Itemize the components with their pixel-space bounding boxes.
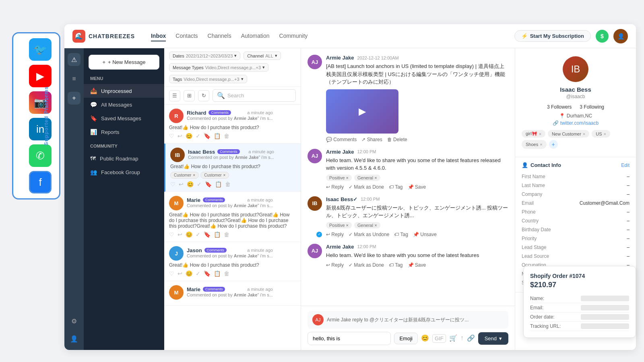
send-button[interactable]: Send ▾: [478, 332, 508, 345]
copy-icon-2[interactable]: 📋: [215, 181, 222, 187]
heart-icon[interactable]: ♡: [169, 133, 174, 139]
tag-action-3[interactable]: 🏷 Tag: [394, 232, 408, 237]
profile-tag-shoes[interactable]: Shoes ×: [522, 140, 547, 149]
tag-x-shoes[interactable]: ×: [540, 142, 542, 147]
upload-icon[interactable]: ↑: [460, 334, 464, 343]
chat-image-1[interactable]: ▶: [326, 89, 398, 134]
tag-action-4[interactable]: 🏷 Tag: [389, 262, 402, 268]
copy-icon-4[interactable]: 📋: [214, 270, 221, 277]
whatsapp-icon[interactable]: ✆: [29, 144, 52, 167]
bookmark-icon-3[interactable]: 🔖: [204, 231, 211, 238]
unsave-action-3[interactable]: 📌 Unsave: [413, 232, 437, 237]
shares-action[interactable]: ↗ Shares: [361, 137, 382, 142]
emoji-button[interactable]: Emoji: [394, 333, 418, 344]
check-icon[interactable]: ✓: [196, 133, 200, 139]
facebook-icon[interactable]: f: [29, 171, 52, 193]
nav-item-public-roadmap[interactable]: 🗺 Public Roadmap: [84, 152, 164, 165]
heart-icon-3[interactable]: ♡: [169, 231, 174, 238]
user-avatar[interactable]: 👤: [613, 29, 628, 43]
trash-icon-3[interactable]: 🗑: [224, 231, 229, 238]
nav-tab-automation[interactable]: Automation: [241, 31, 270, 41]
nav-tab-community[interactable]: Community: [279, 31, 308, 41]
sidebar-alert-icon[interactable]: ⚠: [68, 53, 80, 66]
heart-icon-4[interactable]: ♡: [169, 270, 174, 277]
profile-link[interactable]: 🔗 twitter.com/isaacb: [553, 120, 599, 126]
emoji-picker-icon[interactable]: 😊: [421, 334, 429, 343]
check-icon-2[interactable]: ✓: [197, 181, 202, 187]
message-item-marie[interactable]: M Marie Comments a minute ago Commented …: [164, 192, 301, 242]
save-action-2[interactable]: 📌 Save: [408, 184, 426, 190]
edit-contact-link[interactable]: Edit: [621, 162, 630, 168]
chat-tag-general[interactable]: General ×: [354, 175, 380, 181]
done-action-4[interactable]: ✓ Mark as Done: [349, 262, 384, 268]
sidebar-settings-icon[interactable]: ⚙: [68, 315, 80, 327]
done-action-2[interactable]: ✓ Mark as Done: [349, 184, 384, 190]
tag-x-us[interactable]: ×: [604, 132, 606, 136]
profile-tag-us[interactable]: US ×: [592, 130, 610, 138]
comments-action[interactable]: 💬 Comments: [326, 137, 357, 142]
copy-icon-3[interactable]: 📋: [214, 231, 221, 238]
youtube-icon[interactable]: ▶: [29, 65, 52, 87]
dollar-badge[interactable]: $: [596, 30, 609, 43]
nav-item-reports[interactable]: 📊 Reports: [84, 125, 164, 139]
nav-item-unprocessed[interactable]: 📥 Unprocessed: [84, 84, 164, 98]
nav-item-saved-messages[interactable]: 🔖 Saved Messages: [84, 111, 164, 125]
list-view-icon[interactable]: ☰: [169, 90, 180, 101]
grid-view-icon[interactable]: ⊞: [184, 90, 195, 101]
sidebar-menu-icon[interactable]: ≡: [68, 72, 80, 85]
new-message-button[interactable]: + + New Message: [89, 55, 159, 70]
reply-icon[interactable]: ↩: [178, 133, 182, 139]
message-item-marie2[interactable]: M Marie Comments a minute ago Commented …: [164, 281, 301, 306]
reply-input[interactable]: [308, 332, 391, 345]
message-item-isaac[interactable]: IB Isaac Bess Comments a minute ago Comm…: [164, 144, 301, 192]
dates-filter[interactable]: Dates 2022/12/12~2023/03/23 ▾: [169, 51, 240, 60]
tag-x-girl[interactable]: ×: [539, 132, 541, 136]
search-bar[interactable]: 🔍 Search: [213, 89, 296, 102]
emoji-icon-2[interactable]: 😊: [187, 181, 194, 187]
sidebar-support-icon[interactable]: 👤: [68, 332, 80, 345]
chat-tag-positive[interactable]: Positive ×: [326, 175, 352, 181]
heart-icon-2[interactable]: ♡: [170, 181, 175, 187]
copy-icon[interactable]: 📋: [214, 133, 221, 139]
chat-tag-general-2[interactable]: General ×: [354, 222, 380, 228]
tag-x-new-customer[interactable]: ×: [583, 132, 585, 136]
reply-action-2[interactable]: ↩ Reply: [326, 184, 344, 190]
chat-tag-positive-2[interactable]: Positive ×: [326, 222, 352, 228]
subscription-button[interactable]: ⚡ Start My Subscription: [514, 30, 591, 42]
bookmark-icon-2[interactable]: 🔖: [205, 181, 212, 187]
bookmark-icon[interactable]: 🔖: [204, 133, 211, 139]
emoji-icon-4[interactable]: 😊: [186, 270, 192, 277]
channel-filter[interactable]: Channel ALL ▾: [244, 51, 281, 60]
save-action-4[interactable]: 📌 Save: [408, 262, 426, 268]
reply-icon-4[interactable]: ↩: [178, 270, 182, 277]
delete-action[interactable]: 🗑 Delete: [387, 137, 407, 142]
twitter-icon[interactable]: 🐦: [29, 38, 52, 61]
tag-action-2[interactable]: 🏷 Tag: [389, 184, 402, 190]
nav-item-facebook-group[interactable]: 👥 Facebook Group: [84, 165, 164, 179]
check-icon-4[interactable]: ✓: [196, 270, 200, 277]
profile-tag-new-customer[interactable]: New Customer ×: [548, 130, 589, 138]
nav-item-all-messages[interactable]: 💬 All Messages: [84, 98, 164, 111]
undone-action-3[interactable]: ✓ Mark as Undone: [349, 232, 389, 237]
add-tag-button[interactable]: +: [549, 140, 558, 149]
trash-icon-2[interactable]: 🗑: [225, 181, 231, 187]
check-icon-3[interactable]: ✓: [196, 231, 200, 238]
emoji-icon[interactable]: 😊: [186, 133, 192, 139]
tags-filter[interactable]: Tags Video,Direct message,p...+3 ▾: [169, 75, 247, 83]
reply-icon-3[interactable]: ↩: [178, 231, 182, 238]
emoji-icon-3[interactable]: 😊: [186, 231, 192, 238]
nav-tab-inbox[interactable]: Inbox: [151, 31, 166, 41]
profile-tag-girl[interactable]: girl🎀 ×: [522, 130, 545, 138]
msg-tag-customer2[interactable]: Customer ×: [200, 172, 229, 179]
reply-action-4[interactable]: ↩ Reply: [326, 262, 344, 268]
reply-action-3[interactable]: ↩ Reply: [326, 232, 344, 237]
trash-icon[interactable]: 🗑: [224, 133, 229, 139]
bookmark-icon-4[interactable]: 🔖: [204, 270, 211, 277]
refresh-icon[interactable]: ↻: [198, 90, 209, 101]
nav-tab-contacts[interactable]: Contacts: [175, 31, 198, 41]
nav-tab-channels[interactable]: Channels: [208, 31, 231, 41]
gif-icon[interactable]: GIF: [432, 334, 446, 343]
link-icon[interactable]: 🔗: [467, 334, 475, 343]
message-item-richard[interactable]: R Richard Comments a minute ago Commente…: [164, 105, 301, 144]
trash-icon-4[interactable]: 🗑: [224, 270, 229, 277]
